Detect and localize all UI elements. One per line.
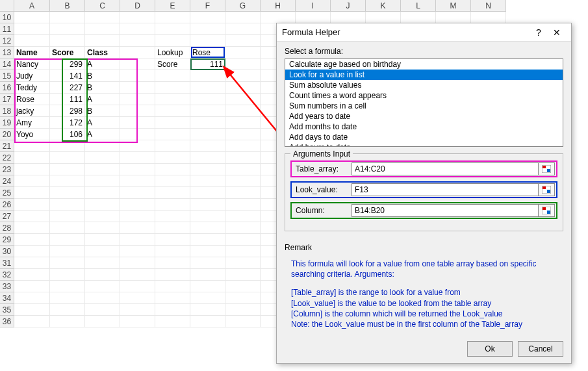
row-header[interactable]: 24 [0,175,14,187]
row-header[interactable]: 26 [0,199,14,211]
cell-E16[interactable] [155,82,190,94]
cell-D29[interactable] [120,234,155,246]
row-header[interactable]: 10 [0,12,14,23]
cell-F24[interactable] [190,175,225,187]
cell-B32[interactable] [50,269,85,281]
formula-item[interactable]: Add days to date [285,132,563,142]
cell-B13[interactable]: Score [50,47,85,58]
cell-K10[interactable] [366,12,401,23]
cell-E19[interactable] [155,117,190,129]
row-header[interactable]: 20 [0,129,14,140]
row-header[interactable]: 14 [0,58,14,70]
ok-button[interactable]: Ok [467,341,513,357]
row-header[interactable]: 11 [0,23,14,35]
row-header[interactable]: 28 [0,222,14,234]
cell-A19[interactable]: Amy [14,117,50,129]
row-header[interactable]: 34 [0,292,14,304]
cell-F31[interactable] [190,257,225,269]
cell-D30[interactable] [120,246,155,257]
cell-A24[interactable] [14,175,50,187]
row-header[interactable]: 30 [0,246,14,257]
cell-B29[interactable] [50,234,85,246]
cell-F15[interactable] [190,70,225,82]
formula-item[interactable]: Add years to date [285,111,563,122]
cell-A31[interactable] [14,257,50,269]
cell-F10[interactable] [190,12,225,23]
formula-list[interactable]: Calculate age based on birthdayLook for … [285,58,563,147]
cell-F35[interactable] [190,304,225,316]
col-header[interactable]: B [50,0,85,12]
cell-F18[interactable] [190,105,225,117]
cell-C33[interactable] [85,281,120,292]
row-header[interactable]: 31 [0,257,14,269]
row-header[interactable]: 36 [0,316,14,327]
cell-A36[interactable] [14,316,50,327]
cell-F23[interactable] [190,164,225,175]
cell-E35[interactable] [155,304,190,316]
cell-E32[interactable] [155,269,190,281]
cell-B23[interactable] [50,164,85,175]
cell-F20[interactable] [190,129,225,140]
formula-item[interactable]: Sum numbers in a cell [285,101,563,111]
cell-D19[interactable] [120,117,155,129]
column-input[interactable] [352,204,539,217]
cell-C16[interactable]: B [85,82,120,94]
cell-B35[interactable] [50,304,85,316]
cell-F19[interactable] [190,117,225,129]
cell-A22[interactable] [14,152,50,164]
cell-B21[interactable] [50,140,85,152]
cell-C20[interactable]: A [85,129,120,140]
cell-B19[interactable]: 172 [50,117,85,129]
cell-C31[interactable] [85,257,120,269]
cell-C11[interactable] [85,23,120,35]
cell-D10[interactable] [120,12,155,23]
cell-A29[interactable] [14,234,50,246]
cell-B22[interactable] [50,152,85,164]
cell-F32[interactable] [190,269,225,281]
cell-A21[interactable] [14,140,50,152]
cell-E10[interactable] [155,12,190,23]
cell-D14[interactable] [120,58,155,70]
row-header[interactable]: 13 [0,47,14,58]
formula-item[interactable]: Look for a value in list [285,70,563,80]
col-header[interactable]: M [436,0,471,12]
cell-G19[interactable] [225,117,261,129]
col-header[interactable]: E [155,0,190,12]
cell-D31[interactable] [120,257,155,269]
help-button[interactable]: ? [530,27,548,38]
row-header[interactable]: 29 [0,234,14,246]
cell-C23[interactable] [85,164,120,175]
col-header[interactable]: H [261,0,296,12]
cell-A34[interactable] [14,292,50,304]
cell-G17[interactable] [225,94,261,105]
cell-C10[interactable] [85,12,120,23]
cell-D15[interactable] [120,70,155,82]
cell-G21[interactable] [225,140,261,152]
cell-G31[interactable] [225,257,261,269]
cell-E12[interactable] [155,35,190,47]
cell-C19[interactable]: A [85,117,120,129]
cell-B33[interactable] [50,281,85,292]
cell-A23[interactable] [14,164,50,175]
col-header[interactable]: K [366,0,401,12]
col-header[interactable]: L [401,0,436,12]
cell-D20[interactable] [120,129,155,140]
cell-G11[interactable] [225,23,261,35]
cell-G28[interactable] [225,222,261,234]
cell-C14[interactable]: A [85,58,120,70]
cell-G33[interactable] [225,281,261,292]
row-header[interactable]: 32 [0,269,14,281]
cell-F33[interactable] [190,281,225,292]
cell-C35[interactable] [85,304,120,316]
cell-F26[interactable] [190,199,225,211]
cell-E28[interactable] [155,222,190,234]
cell-A20[interactable]: Yoyo [14,129,50,140]
cell-G27[interactable] [225,211,261,222]
cell-C15[interactable]: B [85,70,120,82]
cell-D35[interactable] [120,304,155,316]
row-header[interactable]: 33 [0,281,14,292]
cell-B25[interactable] [50,187,85,199]
cell-F21[interactable] [190,140,225,152]
cell-E14[interactable]: Score [155,58,190,70]
cell-C12[interactable] [85,35,120,47]
